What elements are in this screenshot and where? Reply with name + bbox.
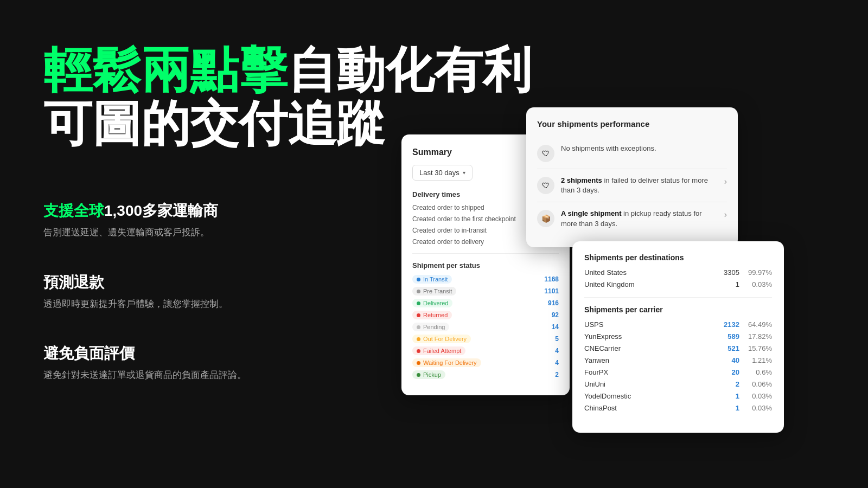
dot-icon-returned	[417, 313, 420, 317]
carriers-title: Shipments per carrier	[584, 305, 772, 314]
dot-icon-waiting	[417, 361, 420, 365]
date-range-label: Last 30 days	[419, 169, 459, 177]
feature-refund-desc: 透過即時更新提升客戶體驗，讓您掌握控制。	[43, 297, 246, 311]
dot-icon-transit	[417, 278, 420, 281]
status-row-waiting: Waiting For Delivery 4	[412, 358, 559, 367]
status-row-returned: Returned 92	[412, 311, 559, 319]
carrier-count-usps: 2132	[712, 320, 739, 329]
status-badge-failed: Failed Attempt	[412, 346, 465, 355]
dot-icon-out	[417, 337, 420, 341]
carrier-row-cnecarrier: CNECarrier 521 15.76%	[584, 344, 772, 352]
status-row-pickup: Pickup 2	[412, 370, 559, 379]
carriers-section: Shipments per carrier USPS 2132 64.49% Y…	[584, 305, 772, 412]
date-range-button[interactable]: Last 30 days ▾	[412, 165, 473, 181]
feature-reviews-desc: 避免針對未送達訂單或退貨商品的負面產品評論。	[43, 368, 246, 382]
destinations-section: Shipments per destinations United States…	[584, 253, 772, 288]
carrier-count-yunexpress: 589	[712, 332, 739, 341]
carrier-name-chinapost: ChinaPost	[584, 404, 712, 412]
status-badge-returned: Returned	[412, 311, 452, 319]
chevron-down-icon: ▾	[463, 170, 465, 176]
carrier-name-yunexpress: YunExpress	[584, 332, 712, 341]
status-badge-transit: In Transit	[412, 275, 452, 284]
perf-text-2: A single shipment in pickup ready status…	[561, 209, 718, 228]
carrier-count-chinapost: 1	[712, 404, 739, 412]
destinations-title: Shipments per destinations	[584, 253, 772, 262]
dest-country-uk: United Kingdom	[584, 280, 712, 288]
status-row-pre-transit: Pre Transit 1101	[412, 287, 559, 296]
status-count-delivered: 916	[548, 299, 559, 307]
dest-country-us: United States	[584, 268, 712, 277]
dot-icon-delivered	[417, 301, 420, 305]
dest-pct-uk: 0.03%	[739, 280, 772, 288]
dest-count-uk: 1	[712, 280, 739, 288]
carrier-count-yodeldomestic: 1	[712, 392, 739, 400]
performance-card: Your shipments performance 🛡 No shipment…	[526, 107, 738, 247]
carrier-pct-yunexpress: 17.82%	[739, 332, 772, 341]
status-count-failed: 4	[555, 347, 559, 355]
dot-icon-pending	[417, 325, 420, 329]
delivery-label-2: Created order to in-transit	[412, 227, 487, 234]
performance-card-title: Your shipments performance	[537, 119, 727, 129]
carrier-row-yodeldomestic: YodelDomestic 1 0.03%	[584, 392, 772, 400]
carrier-pct-cnecarrier: 15.76%	[739, 344, 772, 352]
carrier-row-yunexpress: YunExpress 589 17.82%	[584, 332, 772, 341]
shield-icon-1: 🛡	[537, 177, 554, 194]
dest-pct-us: 99.97%	[739, 268, 772, 277]
carrier-count-fourpx: 20	[712, 368, 739, 376]
dot-icon-pickup	[417, 373, 420, 377]
perf-row-1[interactable]: 🛡 2 shipments in failed to deliver statu…	[537, 169, 727, 202]
dot-icon-failed	[417, 349, 420, 353]
status-count-out: 5	[555, 335, 559, 343]
carrier-count-yanwen: 40	[712, 356, 739, 364]
status-badge-pickup: Pickup	[412, 370, 445, 379]
feature-carriers: 支援全球1,300多家運輸商 告別運送延遲、遺失運輸商或客戶投訴。	[43, 201, 246, 240]
status-count-pending: 14	[552, 323, 559, 331]
dest-row-uk: United Kingdom 1 0.03%	[584, 280, 772, 288]
carrier-name-cnecarrier: CNECarrier	[584, 344, 712, 352]
destinations-card: Shipments per destinations United States…	[572, 241, 784, 433]
status-count-waiting: 4	[555, 359, 559, 367]
carrier-name-usps: USPS	[584, 320, 712, 329]
feature-refund: 預測退款 透過即時更新提升客戶體驗，讓您掌握控制。	[43, 272, 246, 311]
delivery-label-3: Created order to delivery	[412, 238, 484, 246]
hero-title-rest: 自動化有利	[288, 43, 532, 97]
delivery-label-1: Created order to the first checkpoint	[412, 215, 516, 223]
features-section: 支援全球1,300多家運輸商 告別運送延遲、遺失運輸商或客戶投訴。 預測退款 透…	[43, 201, 246, 382]
carrier-pct-chinapost: 0.03%	[739, 404, 772, 412]
carrier-count-uniumi: 2	[712, 380, 739, 388]
perf-text-1: 2 shipments in failed to deliver status …	[561, 176, 718, 195]
carrier-name-uniumi: UniUni	[584, 380, 712, 388]
dest-count-us: 3305	[712, 268, 739, 277]
carrier-pct-fourpx: 0.6%	[739, 368, 772, 376]
feature-refund-title: 預測退款	[43, 272, 246, 293]
perf-row-2[interactable]: 📦 A single shipment in pickup ready stat…	[537, 202, 727, 235]
status-row-out: Out For Delivery 5	[412, 335, 559, 343]
carrier-name-yodeldomestic: YodelDomestic	[584, 392, 712, 400]
status-badge-waiting: Waiting For Delivery	[412, 358, 481, 367]
shield-icon-0: 🛡	[537, 145, 554, 162]
carrier-row-uniumi: UniUni 2 0.06%	[584, 380, 772, 388]
package-icon-2: 📦	[537, 210, 554, 227]
status-row-delivered: Delivered 916	[412, 299, 559, 307]
dest-row-us: United States 3305 99.97%	[584, 268, 772, 277]
carrier-pct-usps: 64.49%	[739, 320, 772, 329]
delivery-label-0: Created order to shipped	[412, 204, 484, 211]
status-row-pending: Pending 14	[412, 323, 559, 331]
perf-text-0: No shipments with exceptions.	[561, 144, 727, 153]
chevron-right-icon-1: ›	[724, 177, 727, 187]
status-badge-out: Out For Delivery	[412, 335, 471, 343]
dot-icon-pre-transit	[417, 290, 420, 293]
status-count-pickup: 2	[555, 371, 559, 378]
chevron-right-icon-2: ›	[724, 210, 727, 220]
status-row-transit: In Transit 1168	[412, 275, 559, 284]
perf-row-0: 🛡 No shipments with exceptions.	[537, 137, 727, 169]
carrier-pct-uniumi: 0.06%	[739, 380, 772, 388]
feature-carriers-title-rest: 1,300多家運輸商	[104, 202, 218, 219]
carrier-row-usps: USPS 2132 64.49%	[584, 320, 772, 329]
hero-title-line2: 可圖的交付追蹤	[43, 97, 385, 151]
status-badge-pre-transit: Pre Transit	[412, 287, 456, 296]
status-row-failed: Failed Attempt 4	[412, 346, 559, 355]
carrier-row-chinapost: ChinaPost 1 0.03%	[584, 404, 772, 412]
shipment-status-label: Shipment per status	[412, 261, 559, 269]
carrier-name-fourpx: FourPX	[584, 368, 712, 376]
